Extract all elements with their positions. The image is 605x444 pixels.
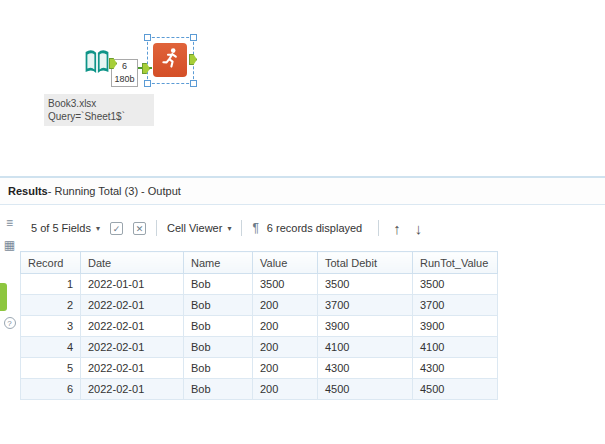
column-header-total-debit[interactable]: Total Debit xyxy=(318,252,413,274)
alteryx-designer-window: 6 180b Book3.xlsx Query=`Sheet1 xyxy=(0,0,605,444)
cell-value[interactable]: 200 xyxy=(253,295,318,316)
results-panel: Results - Running Total (3) - Output ≡ ▦… xyxy=(0,176,605,444)
workflow-canvas[interactable]: 6 180b Book3.xlsx Query=`Sheet1 xyxy=(0,0,605,176)
cell-date[interactable]: 2022-02-01 xyxy=(81,358,184,379)
running-person-icon xyxy=(158,46,182,74)
toolbar-separator xyxy=(378,220,379,236)
cell-name[interactable]: Bob xyxy=(184,379,253,400)
column-header-date[interactable]: Date xyxy=(81,252,184,274)
results-toolbar: 5 of 5 Fields ▾ ✓ ✕ Cell Viewer ▾ ¶ 6 re… xyxy=(19,205,605,251)
cell-total-debit[interactable]: 3500 xyxy=(318,274,413,295)
cell-runtot-value[interactable]: 4500 xyxy=(413,379,498,400)
cell-date[interactable]: 2022-02-01 xyxy=(81,379,184,400)
connection-menu-icon[interactable]: ≡ xyxy=(6,217,13,229)
running-total-tool[interactable] xyxy=(153,43,187,77)
selection-handle[interactable] xyxy=(144,80,151,87)
cell-total-debit[interactable]: 3900 xyxy=(318,316,413,337)
cell-total-debit[interactable]: 4500 xyxy=(318,379,413,400)
table-row: 2 2022-02-01 Bob 200 3700 3700 xyxy=(21,295,498,316)
table-row: 4 2022-02-01 Bob 200 4100 4100 xyxy=(21,337,498,358)
toolbar-separator xyxy=(156,220,157,236)
cell-name[interactable]: Bob xyxy=(184,295,253,316)
cell-value[interactable]: 200 xyxy=(253,379,318,400)
table-row: 5 2022-02-01 Bob 200 4300 4300 xyxy=(21,358,498,379)
tool-annotation[interactable]: Book3.xlsx Query=`Sheet1$` xyxy=(44,94,154,126)
results-subtitle: - Running Total (3) - Output xyxy=(48,185,181,197)
fields-dropdown[interactable]: 5 of 5 Fields ▾ xyxy=(31,222,100,234)
selection-handle[interactable] xyxy=(190,80,197,87)
cell-runtot-value[interactable]: 3500 xyxy=(413,274,498,295)
cell-runtot-value[interactable]: 3700 xyxy=(413,295,498,316)
cell-runtot-value[interactable]: 3900 xyxy=(413,316,498,337)
annotation-query: Query=`Sheet1$` xyxy=(48,110,150,123)
input-data-book-icon xyxy=(83,64,111,81)
column-header-record[interactable]: Record xyxy=(21,252,81,274)
deselect-fields-icon[interactable]: ✕ xyxy=(133,222,146,235)
cell-runtot-value[interactable]: 4100 xyxy=(413,337,498,358)
annotation-filename: Book3.xlsx xyxy=(48,97,150,110)
cell-value[interactable]: 3500 xyxy=(253,274,318,295)
output-anchor-tab[interactable] xyxy=(0,283,7,311)
results-title: Results xyxy=(8,185,48,197)
cell-runtot-value[interactable]: 4300 xyxy=(413,358,498,379)
help-icon[interactable]: ? xyxy=(4,317,16,329)
cell-date[interactable]: 2022-02-01 xyxy=(81,316,184,337)
toolbar-separator xyxy=(241,220,242,236)
cell-name[interactable]: Bob xyxy=(184,358,253,379)
cell-record[interactable]: 4 xyxy=(21,337,81,358)
table-row: 1 2022-01-01 Bob 3500 3500 3500 xyxy=(21,274,498,295)
cell-record[interactable]: 2 xyxy=(21,295,81,316)
connection-size: 180b xyxy=(112,73,137,86)
table-row: 6 2022-02-01 Bob 200 4500 4500 xyxy=(21,379,498,400)
results-grid: Record Date Name Value Total Debit RunTo… xyxy=(20,251,605,400)
cell-total-debit[interactable]: 4100 xyxy=(318,337,413,358)
cell-record[interactable]: 1 xyxy=(21,274,81,295)
tool-selection-box xyxy=(147,37,194,84)
cell-record[interactable]: 5 xyxy=(21,358,81,379)
cell-name[interactable]: Bob xyxy=(184,274,253,295)
selection-handle[interactable] xyxy=(190,34,197,41)
cell-value[interactable]: 200 xyxy=(253,358,318,379)
select-all-fields-icon[interactable]: ✓ xyxy=(110,222,123,235)
chevron-down-icon: ▾ xyxy=(96,224,100,233)
cell-record[interactable]: 6 xyxy=(21,379,81,400)
cell-date[interactable]: 2022-01-01 xyxy=(81,274,184,295)
results-header: Results - Running Total (3) - Output xyxy=(0,178,605,205)
data-grid-icon[interactable]: ▦ xyxy=(4,239,15,251)
fields-dropdown-label: 5 of 5 Fields xyxy=(31,222,91,234)
whitespace-toggle-icon[interactable]: ¶ xyxy=(252,221,258,235)
cell-viewer-dropdown[interactable]: Cell Viewer ▾ xyxy=(167,222,231,234)
scroll-down-icon[interactable]: ↓ xyxy=(415,220,423,237)
cell-name[interactable]: Bob xyxy=(184,337,253,358)
cell-record[interactable]: 3 xyxy=(21,316,81,337)
cell-value[interactable]: 200 xyxy=(253,316,318,337)
cell-date[interactable]: 2022-02-01 xyxy=(81,295,184,316)
results-left-strip: ≡ ▦ ? xyxy=(0,205,19,444)
cell-value[interactable]: 200 xyxy=(253,337,318,358)
running-total-output-anchor[interactable] xyxy=(189,54,197,65)
selection-handle[interactable] xyxy=(144,34,151,41)
cell-total-debit[interactable]: 4300 xyxy=(318,358,413,379)
column-header-value[interactable]: Value xyxy=(253,252,318,274)
records-displayed-label: 6 records displayed xyxy=(267,222,362,234)
input-data-tool[interactable] xyxy=(83,45,111,78)
cell-total-debit[interactable]: 3700 xyxy=(318,295,413,316)
table-row: 3 2022-02-01 Bob 200 3900 3900 xyxy=(21,316,498,337)
grid-header-row: Record Date Name Value Total Debit RunTo… xyxy=(21,252,498,274)
scroll-up-icon[interactable]: ↑ xyxy=(393,220,401,237)
column-header-name[interactable]: Name xyxy=(184,252,253,274)
cell-name[interactable]: Bob xyxy=(184,316,253,337)
cell-viewer-label: Cell Viewer xyxy=(167,222,222,234)
chevron-down-icon: ▾ xyxy=(227,224,231,233)
column-header-runtot-value[interactable]: RunTot_Value xyxy=(413,252,498,274)
cell-date[interactable]: 2022-02-01 xyxy=(81,337,184,358)
